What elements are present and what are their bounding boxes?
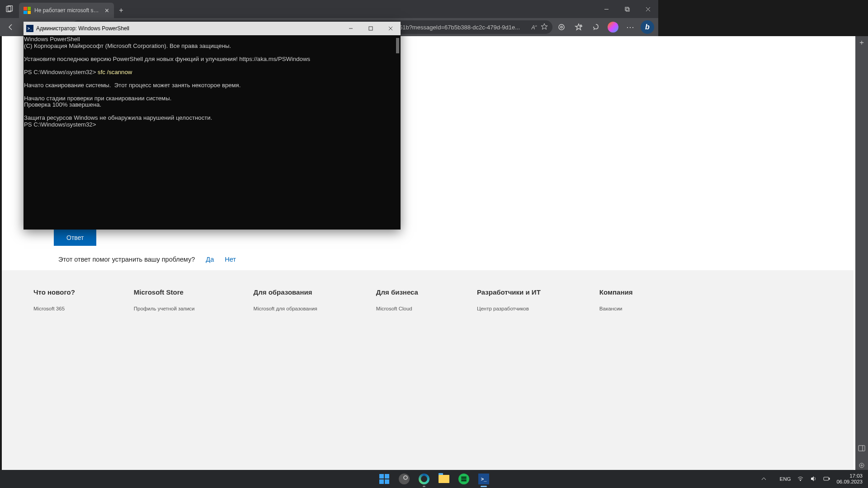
footer-link[interactable]: Центр разработчиков (477, 306, 541, 311)
extensions-button[interactable] (553, 20, 570, 34)
window-close-button[interactable] (637, 0, 658, 18)
microsoft-favicon-icon (24, 7, 31, 14)
ps-scrollbar[interactable] (394, 35, 401, 230)
menu-button[interactable]: ⋯ (622, 20, 638, 34)
footer-link[interactable]: Microsoft 365 (33, 306, 75, 311)
reply-button[interactable]: Ответ (54, 230, 96, 246)
svg-point-10 (561, 26, 562, 28)
window-minimize-button[interactable] (596, 0, 617, 18)
browser-titlebar: Не работает microsoft store - Co ✕ + (0, 0, 658, 18)
bing-chat-button[interactable]: b (639, 20, 656, 34)
page-footer: Что нового?Microsoft 365 Microsoft Store… (2, 270, 658, 369)
helpful-no-link[interactable]: Нет (225, 256, 236, 263)
helpful-prompt: Этот ответ помог устранить вашу проблему… (40, 249, 634, 270)
powershell-icon: >_ (26, 25, 33, 32)
ps-minimize-button[interactable] (341, 22, 361, 35)
browser-tab[interactable]: Не работает microsoft store - Co ✕ (19, 3, 114, 18)
footer-heading: Для образования (254, 288, 317, 296)
window-maximize-button[interactable] (617, 0, 637, 18)
svg-rect-3 (625, 7, 628, 10)
tab-title: Не работает microsoft store - Co (34, 7, 99, 14)
powershell-window: >_ Администратор: Windows PowerShell Win… (24, 22, 401, 230)
footer-heading: Для бизнеса (376, 288, 418, 296)
nav-back-button[interactable] (3, 20, 19, 34)
footer-heading: Что нового? (33, 288, 75, 296)
helpful-yes-link[interactable]: Да (206, 256, 214, 263)
footer-heading: Компания (599, 288, 633, 296)
new-tab-button[interactable]: + (114, 3, 128, 18)
svg-marker-8 (541, 23, 547, 29)
tab-close-button[interactable]: ✕ (103, 7, 110, 14)
profile-button[interactable] (605, 20, 621, 34)
bing-icon: b (641, 20, 654, 34)
terminal-output: Windows PowerShell (C) Корпорация Майкро… (24, 36, 401, 128)
footer-link[interactable]: Microsoft Cloud (376, 306, 418, 311)
powershell-body[interactable]: Windows PowerShell (C) Корпорация Майкро… (24, 35, 401, 230)
svg-rect-19 (369, 27, 373, 30)
footer-heading: Microsoft Store (134, 288, 195, 296)
avatar-icon (608, 22, 618, 33)
tab-actions-button[interactable] (0, 0, 19, 18)
favorite-star-icon[interactable] (541, 23, 548, 32)
ps-maximize-button[interactable] (361, 22, 381, 35)
svg-rect-4 (626, 8, 629, 11)
collections-button[interactable] (588, 20, 604, 34)
powershell-titlebar[interactable]: >_ Администратор: Windows PowerShell (24, 22, 401, 35)
footer-link[interactable]: Профиль учетной записи (134, 306, 195, 311)
read-aloud-icon[interactable]: A» (532, 24, 537, 31)
favorites-button[interactable] (571, 20, 587, 34)
svg-point-9 (559, 24, 564, 30)
ps-scrollbar-thumb[interactable] (396, 38, 399, 53)
powershell-title: Администратор: Windows PowerShell (36, 25, 129, 32)
footer-link[interactable]: Microsoft для образования (254, 306, 317, 311)
helpful-question: Этот ответ помог устранить вашу проблему… (58, 256, 195, 263)
footer-heading: Разработчики и ИТ (477, 288, 541, 296)
ps-close-button[interactable] (381, 22, 401, 35)
footer-link[interactable]: Вакансии (599, 306, 633, 311)
